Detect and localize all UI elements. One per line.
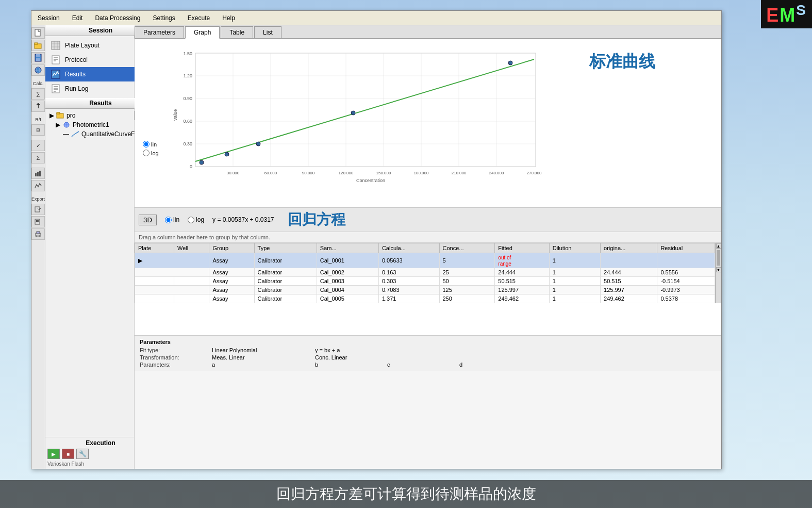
- cell-well: [174, 286, 209, 294]
- chart-title-zh: 标准曲线: [589, 51, 655, 73]
- table-row[interactable]: Assay Calibrator Cal_0003 0.303 50 50.51…: [135, 277, 715, 286]
- filter-icon[interactable]: T̄: [31, 101, 45, 112]
- new-doc-icon[interactable]: [31, 27, 45, 39]
- col-dilution[interactable]: Dilution: [549, 243, 600, 253]
- chart-log-radio[interactable]: [188, 217, 194, 223]
- table-row[interactable]: Assay Calibrator Cal_0002 0.163 25 24.44…: [135, 268, 715, 277]
- table-row[interactable]: Assay Calibrator Cal_0005 1.371 250 249.…: [135, 294, 715, 303]
- menu-data-processing[interactable]: Data Processing: [93, 13, 142, 23]
- sigma-icon[interactable]: Σ: [31, 152, 45, 163]
- table-row[interactable]: ▶ Assay Calibrator Cal_0001 0.05633 5 ou…: [135, 253, 715, 268]
- svg-rect-5: [36, 58, 40, 61]
- cell-original: 125.997: [601, 286, 657, 294]
- svg-rect-19: [37, 235, 40, 237]
- checkmark-icon[interactable]: ✓: [31, 140, 45, 151]
- tab-graph[interactable]: Graph: [185, 26, 220, 39]
- col-calculated[interactable]: Calcula...: [378, 243, 439, 253]
- scroll-thumb[interactable]: [717, 250, 720, 266]
- exec-wrench-btn[interactable]: 🔧: [76, 449, 89, 459]
- svg-point-82: [508, 61, 512, 65]
- lin-label: lin: [151, 141, 157, 148]
- cell-sample: Cal_0002: [317, 268, 378, 277]
- cell-concentration: 125: [439, 286, 495, 294]
- content-area: Calc. ∑ T̄ R/I ⊞ ✓ Σ: [31, 25, 721, 469]
- menu-help[interactable]: Help: [220, 13, 237, 23]
- wave-chart-icon[interactable]: [31, 180, 45, 191]
- tree-item-curve[interactable]: — QuantitativeCurveFit1: [63, 129, 143, 139]
- run-log-label: Run Log: [65, 85, 88, 92]
- menu-execute[interactable]: Execute: [186, 13, 212, 23]
- cell-concentration: 5: [439, 253, 495, 268]
- col-sample[interactable]: Sam...: [317, 243, 378, 253]
- svg-text:270.000: 270.000: [527, 171, 542, 175]
- cell-dilution: 1: [549, 253, 600, 268]
- table-row[interactable]: Assay Calibrator Cal_0004 0.7083 125 125…: [135, 286, 715, 294]
- export-icon1[interactable]: [31, 204, 45, 215]
- cell-type: Calibrator: [254, 294, 317, 303]
- svg-text:240.000: 240.000: [489, 171, 504, 175]
- svg-text:210.000: 210.000: [452, 171, 467, 175]
- cell-type: Calibrator: [254, 277, 317, 286]
- col-plate[interactable]: Plate: [135, 243, 174, 253]
- svg-point-79: [225, 152, 229, 156]
- cell-group: Assay: [209, 253, 254, 268]
- btn-3d[interactable]: 3D: [139, 215, 157, 225]
- globe-icon[interactable]: [31, 64, 45, 76]
- svg-text:30.000: 30.000: [227, 171, 240, 175]
- cell-well: [174, 268, 209, 277]
- cell-residual: [657, 253, 715, 268]
- print-icon[interactable]: [31, 228, 45, 240]
- params-title: Parameters: [140, 339, 716, 345]
- transformation-conc: Conc. Linear: [315, 354, 387, 360]
- chart-lin-radio[interactable]: [165, 217, 172, 223]
- col-type[interactable]: Type: [254, 243, 317, 253]
- svg-text:90.000: 90.000: [302, 171, 315, 175]
- col-fitted[interactable]: Fitted: [495, 243, 549, 253]
- data-table-area[interactable]: Drag a column header here to group by th…: [135, 232, 721, 335]
- svg-text:1.50: 1.50: [183, 51, 192, 56]
- col-residual[interactable]: Residual: [657, 243, 715, 253]
- svg-point-78: [200, 160, 204, 165]
- col-well[interactable]: Well: [174, 243, 209, 253]
- parameters-label: Parameters:: [140, 362, 212, 368]
- save-icon[interactable]: [31, 52, 45, 63]
- menu-session[interactable]: Session: [36, 13, 62, 23]
- col-group[interactable]: Group: [209, 243, 254, 253]
- svg-text:0.90: 0.90: [183, 96, 192, 101]
- tab-table[interactable]: Table: [221, 26, 253, 38]
- tree-item-pro[interactable]: ▶ pro: [47, 111, 77, 120]
- tree-pro-label: pro: [67, 112, 75, 119]
- graph-area: 标准曲线 lin log: [135, 39, 721, 207]
- col-concentration[interactable]: Conce...: [439, 243, 495, 253]
- cell-calculated: 1.371: [378, 294, 439, 303]
- open-folder-icon[interactable]: [31, 40, 45, 51]
- tab-list[interactable]: List: [254, 26, 281, 38]
- lin-radio[interactable]: [143, 141, 150, 148]
- table-scrollbar[interactable]: ▲ ▼: [715, 243, 721, 303]
- subtitle-bar: 回归方程方差可计算得到待测样品的浓度: [0, 480, 812, 508]
- svg-rect-15: [36, 220, 39, 221]
- ems-logo: EMS: [761, 0, 812, 28]
- ri-icon[interactable]: ⊞: [31, 124, 45, 136]
- svg-text:120.000: 120.000: [339, 171, 354, 175]
- svg-rect-0: [35, 29, 40, 36]
- export-icon2[interactable]: [31, 216, 45, 227]
- tab-parameters[interactable]: Parameters: [135, 26, 184, 38]
- svg-rect-36: [57, 112, 60, 114]
- col-original[interactable]: origina...: [601, 243, 657, 253]
- calc-icon[interactable]: ∑: [31, 88, 45, 100]
- menu-settings[interactable]: Settings: [151, 13, 177, 23]
- tab-bar: Parameters Graph Table List: [135, 25, 721, 39]
- left-panel: Calc. ∑ T̄ R/I ⊞ ✓ Σ: [31, 25, 135, 469]
- svg-text:1.20: 1.20: [183, 73, 192, 78]
- log-radio[interactable]: [143, 150, 150, 156]
- exec-play-btn[interactable]: ▶: [47, 449, 60, 459]
- bar-chart-icon[interactable]: [31, 168, 45, 179]
- cell-group: Assay: [209, 277, 254, 286]
- ri-label: R/I: [35, 117, 41, 122]
- menu-edit[interactable]: Edit: [70, 13, 85, 23]
- exec-stop-btn[interactable]: ■: [62, 449, 74, 459]
- lin-log-area: lin log: [143, 141, 159, 156]
- cell-dilution: 1: [549, 268, 600, 277]
- chart-lin-label: lin: [173, 216, 179, 223]
